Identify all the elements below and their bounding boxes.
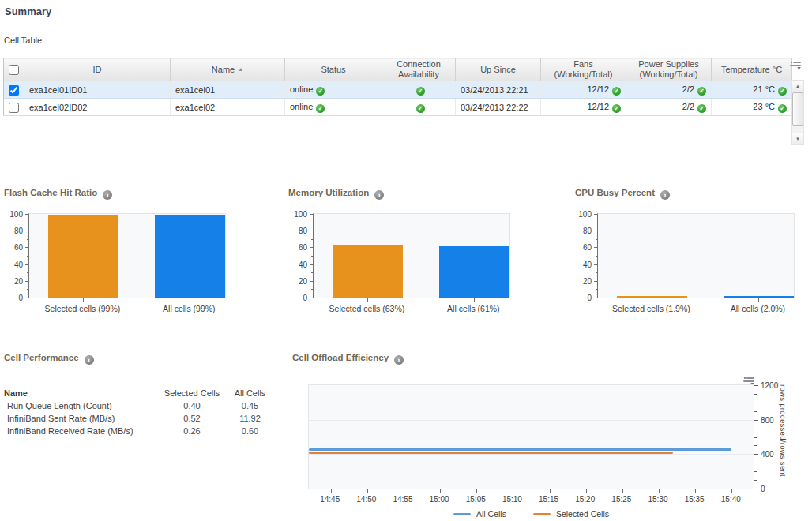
time-label: 15:20 [575, 495, 595, 504]
y-tick-label: 100 [9, 210, 23, 219]
column-header-fans[interactable]: Fans (Working/Total) [541, 58, 626, 81]
info-icon[interactable]: i [103, 190, 112, 200]
chart-title: CPU Busy Percenti [573, 188, 812, 200]
metric-name: Run Queue Length (Count) [4, 399, 160, 412]
gridline [309, 454, 754, 455]
x-tick [659, 489, 660, 493]
plot-area [313, 213, 510, 298]
column-header-up-since[interactable]: Up Since [456, 58, 541, 81]
table-view-menu-icon[interactable]: ▼ [790, 61, 803, 71]
bar [439, 246, 509, 298]
table-row[interactable]: exa1cel01ID01 exa1cel01 online✓ ✓ 03/24/… [4, 81, 792, 99]
y-tick [754, 454, 758, 455]
row-checkbox[interactable] [9, 85, 19, 96]
column-header-temperature[interactable]: Temperature °C [712, 58, 792, 81]
cell-name: exa1cel02 [171, 99, 285, 116]
scroll-down-button[interactable]: ▼ [792, 133, 803, 144]
scrollbar-thumb[interactable] [792, 92, 803, 126]
status-ok-icon: ✓ [778, 104, 787, 113]
cell-id: exa1cel02ID02 [24, 99, 171, 116]
category-label: All cells (99%) [163, 304, 216, 313]
y-tick [754, 463, 757, 463]
metric-selected-value: 0.52 [160, 412, 224, 425]
perf-col-all: All Cells [224, 386, 276, 399]
scroll-up-button[interactable]: ▲ [792, 81, 803, 92]
x-axis-labels: Selected cells (99%)All cells (99%) [28, 303, 226, 314]
perf-col-selected: Selected Cells [160, 386, 224, 399]
time-label: 15:05 [466, 495, 486, 504]
status-ok-icon: ✓ [778, 87, 787, 96]
column-header-name[interactable]: Name▲ [171, 58, 285, 81]
cell-name: exa1cel01 [171, 81, 285, 99]
y-tick-label: 0 [587, 294, 592, 302]
info-icon[interactable]: i [85, 355, 94, 365]
offload-y-axis-title: rows processed/rows sent [779, 384, 788, 489]
chart-title: Flash Cache Hit Ratioi [4, 188, 265, 200]
memory-utilization-chart: Memory Utilizationi 020406080100 Selecte… [288, 188, 549, 322]
x-axis-labels: Selected cells (1.9%)All cells (2.0%) [597, 303, 795, 314]
cell-offload-efficiency-title: Cell Offload Efficiencyi [292, 353, 404, 365]
bar [724, 296, 794, 298]
info-icon[interactable]: i [394, 355, 404, 365]
cell-temperature: 23 °C✓ [712, 99, 792, 116]
table-row[interactable]: exa1cel02ID02 exa1cel02 online✓ ✓ 03/24/… [4, 99, 792, 116]
category-label: All cells (61%) [447, 304, 500, 313]
category-label: Selected cells (63%) [329, 304, 405, 313]
metric-selected-value: 0.40 [160, 399, 224, 412]
y-tick-label: 60 [299, 243, 307, 252]
metric-name: InfiniBand Received Rate (MB/s) [4, 425, 160, 437]
bar [48, 215, 118, 298]
y-tick-label: 1200 [761, 381, 778, 390]
y-tick [754, 471, 757, 472]
table-header-row: ID Name▲ Status Connection Availability … [4, 58, 792, 81]
y-tick-label: 80 [299, 227, 307, 235]
plot-area [597, 213, 795, 298]
x-tick [652, 298, 652, 302]
table-scrollbar[interactable]: ▲ ▼ [791, 80, 804, 145]
y-tick-label: 100 [294, 210, 307, 219]
info-icon[interactable]: i [374, 190, 384, 200]
row-checkbox[interactable] [9, 103, 19, 113]
cell-up-since: 03/24/2013 22:22 [456, 99, 541, 116]
cell-connection: ✓ [382, 81, 456, 99]
x-tick [731, 489, 732, 493]
status-ok-icon: ✓ [697, 104, 706, 113]
x-tick [190, 298, 190, 302]
y-tick-label: 40 [14, 260, 23, 268]
y-tick-label: 0 [18, 294, 23, 302]
column-header-id[interactable]: ID [24, 58, 171, 81]
metric-all-value: 0.45 [224, 399, 276, 412]
y-tick-label: 80 [14, 227, 23, 235]
metric-all-value: 0.60 [224, 425, 276, 437]
bar [333, 245, 403, 298]
category-label: Selected cells (1.9%) [612, 304, 690, 313]
column-header-power[interactable]: Power Supplies (Working/Total) [626, 58, 712, 81]
x-tick [83, 298, 84, 302]
x-tick [476, 489, 477, 493]
bar [617, 296, 687, 298]
legend-item: All Cells [453, 509, 506, 519]
x-tick [586, 489, 587, 493]
y-tick-label: 100 [578, 210, 592, 219]
column-header-status[interactable]: Status [285, 58, 382, 81]
x-tick [404, 489, 404, 493]
y-tick [754, 420, 758, 421]
time-label: 15:30 [648, 495, 668, 504]
perf-row: InfiniBand Sent Rate (MB/s) 0.52 11.92 [4, 412, 276, 425]
column-header-connection[interactable]: Connection Availability [382, 58, 456, 81]
y-axis: 020406080100 [4, 213, 28, 298]
legend-line-swatch [533, 513, 551, 515]
select-all-checkbox[interactable] [9, 65, 19, 75]
cell-connection: ✓ [382, 99, 456, 116]
bar [155, 215, 225, 298]
info-icon[interactable]: i [660, 190, 670, 200]
cpu-busy-percent-chart: CPU Busy Percenti 020406080100 Selected … [573, 188, 812, 322]
x-tick [440, 489, 441, 493]
y-tick [754, 403, 757, 403]
y-axis: 020406080100 [573, 213, 597, 298]
y-tick [754, 385, 758, 386]
cell-fans: 12/12✓ [541, 99, 626, 116]
legend-item: Selected Cells [533, 509, 609, 519]
select-all-checkbox-cell [4, 58, 24, 81]
series-line-selected-cells [309, 452, 673, 454]
